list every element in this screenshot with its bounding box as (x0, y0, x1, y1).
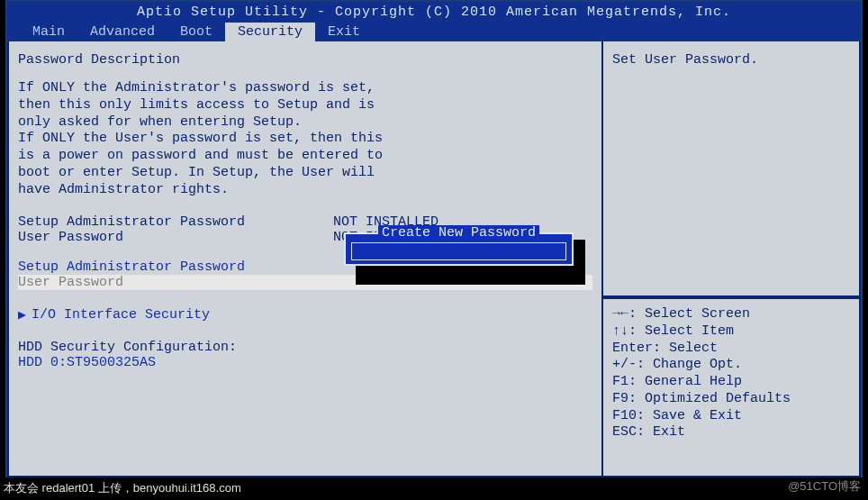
help-pane: Set User Password. (603, 41, 861, 297)
tab-security[interactable]: Security (225, 23, 315, 41)
password-description-heading: Password Description (18, 52, 592, 68)
create-password-popup: Create New Password (344, 232, 574, 266)
hdd-config-heading: HDD Security Configuration: (18, 340, 592, 355)
key-enter: Enter: Select (612, 341, 850, 358)
new-password-input[interactable] (351, 242, 566, 260)
submenu-io-interface-security[interactable]: ▶ I/O Interface Security (18, 306, 592, 323)
password-description-body: If ONLY the Administrator's password is … (18, 80, 592, 198)
tab-boot[interactable]: Boot (167, 23, 225, 41)
watermark-overlay: @51CTO博客 (788, 478, 861, 495)
popup-title: Create New Password (378, 225, 539, 241)
key-general-help: F1: General Help (612, 374, 850, 391)
key-select-screen: →←: Select Screen (612, 306, 850, 323)
tab-exit[interactable]: Exit (315, 23, 373, 41)
left-pane: Password Description If ONLY the Adminis… (7, 41, 603, 477)
tab-main[interactable]: Main (20, 23, 77, 41)
caption-overlay: 本友会 redalert01 上传，benyouhui.it168.com (0, 480, 241, 496)
key-select-item: ↑↓: Select Item (612, 323, 850, 341)
status-user-label: User Password (18, 230, 333, 245)
submenu-io-label: I/O Interface Security (32, 307, 210, 323)
key-change-opt: +/-: Change Opt. (612, 357, 850, 374)
main-area: Password Description If ONLY the Adminis… (7, 41, 861, 477)
right-pane: Set User Password. →←: Select Screen ↑↓:… (603, 41, 861, 477)
key-save-exit: F10: Save & Exit (612, 408, 850, 425)
key-esc-exit: ESC: Exit (612, 424, 850, 441)
help-title: Set User Password. (612, 52, 850, 68)
tab-advanced[interactable]: Advanced (77, 23, 167, 41)
bios-frame: Aptio Setup Utility - Copyright (C) 2010… (5, 0, 863, 477)
key-optimized-defaults: F9: Optimized Defaults (612, 391, 850, 408)
tab-row: Main Advanced Boot Security Exit (7, 23, 861, 41)
status-admin-label: Setup Administrator Password (18, 214, 333, 230)
key-help-pane: →←: Select Screen ↑↓: Select Item Enter:… (603, 297, 861, 477)
title-bar: Aptio Setup Utility - Copyright (C) 2010… (7, 2, 861, 23)
hdd-item-0[interactable]: HDD 0:ST9500325AS (18, 355, 592, 370)
triangle-icon: ▶ (18, 306, 26, 323)
